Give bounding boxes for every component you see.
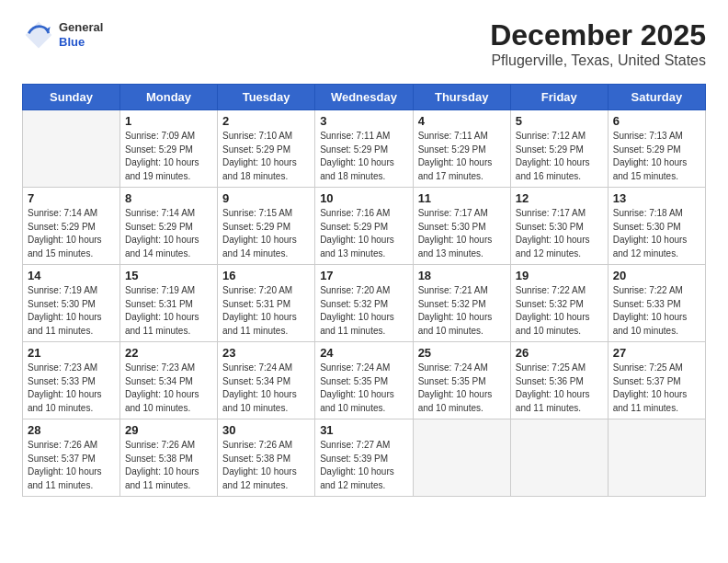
day-number: 23 (222, 346, 310, 360)
day-info: Sunrise: 7:22 AM Sunset: 5:33 PM Dayligh… (613, 284, 700, 338)
calendar-cell: 12Sunrise: 7:17 AM Sunset: 5:30 PM Dayli… (510, 188, 608, 265)
day-info: Sunrise: 7:19 AM Sunset: 5:30 PM Dayligh… (28, 284, 115, 338)
calendar-cell: 27Sunrise: 7:25 AM Sunset: 5:37 PM Dayli… (608, 342, 705, 419)
day-info: Sunrise: 7:25 AM Sunset: 5:37 PM Dayligh… (613, 362, 700, 415)
day-number: 26 (516, 346, 603, 360)
day-info: Sunrise: 7:24 AM Sunset: 5:35 PM Dayligh… (418, 362, 506, 415)
calendar-cell: 1Sunrise: 7:09 AM Sunset: 5:29 PM Daylig… (120, 110, 218, 188)
day-number: 22 (125, 346, 212, 360)
day-info: Sunrise: 7:19 AM Sunset: 5:31 PM Dayligh… (125, 284, 212, 338)
calendar-cell: 11Sunrise: 7:17 AM Sunset: 5:30 PM Dayli… (413, 188, 510, 265)
day-info: Sunrise: 7:24 AM Sunset: 5:34 PM Dayligh… (222, 362, 310, 415)
calendar-cell: 2Sunrise: 7:10 AM Sunset: 5:29 PM Daylig… (218, 110, 315, 188)
logo-text: General Blue (59, 20, 103, 49)
day-info: Sunrise: 7:21 AM Sunset: 5:32 PM Dayligh… (418, 284, 506, 338)
calendar-cell: 17Sunrise: 7:20 AM Sunset: 5:32 PM Dayli… (315, 265, 413, 342)
day-number: 7 (28, 191, 115, 205)
day-info: Sunrise: 7:16 AM Sunset: 5:29 PM Dayligh… (320, 207, 407, 260)
day-number: 11 (418, 191, 506, 205)
calendar-cell: 5Sunrise: 7:12 AM Sunset: 5:29 PM Daylig… (510, 110, 608, 188)
calendar-cell: 15Sunrise: 7:19 AM Sunset: 5:31 PM Dayli… (120, 265, 218, 342)
calendar-cell: 10Sunrise: 7:16 AM Sunset: 5:29 PM Dayli… (315, 188, 413, 265)
calendar-cell: 8Sunrise: 7:14 AM Sunset: 5:29 PM Daylig… (120, 188, 218, 265)
calendar-cell: 9Sunrise: 7:15 AM Sunset: 5:29 PM Daylig… (218, 188, 315, 265)
day-number: 29 (125, 423, 212, 437)
day-number: 6 (613, 114, 700, 128)
calendar-cell: 3Sunrise: 7:11 AM Sunset: 5:29 PM Daylig… (315, 110, 413, 188)
day-info: Sunrise: 7:22 AM Sunset: 5:32 PM Dayligh… (516, 284, 603, 338)
calendar-week-0: 1Sunrise: 7:09 AM Sunset: 5:29 PM Daylig… (23, 110, 706, 188)
day-info: Sunrise: 7:26 AM Sunset: 5:37 PM Dayligh… (28, 439, 115, 492)
day-number: 28 (28, 423, 115, 437)
day-info: Sunrise: 7:23 AM Sunset: 5:33 PM Dayligh… (28, 362, 115, 415)
calendar-cell: 19Sunrise: 7:22 AM Sunset: 5:32 PM Dayli… (510, 265, 608, 342)
calendar-header-row: SundayMondayTuesdayWednesdayThursdayFrid… (23, 85, 706, 110)
calendar-header-thursday: Thursday (413, 85, 510, 110)
calendar-cell: 26Sunrise: 7:25 AM Sunset: 5:36 PM Dayli… (510, 342, 608, 419)
calendar-week-1: 7Sunrise: 7:14 AM Sunset: 5:29 PM Daylig… (23, 188, 706, 265)
calendar-cell: 24Sunrise: 7:24 AM Sunset: 5:35 PM Dayli… (315, 342, 413, 419)
day-number: 4 (418, 114, 506, 128)
logo-icon (22, 18, 55, 52)
day-number: 18 (418, 269, 506, 282)
day-info: Sunrise: 7:27 AM Sunset: 5:39 PM Dayligh… (320, 439, 407, 492)
day-number: 9 (222, 191, 310, 205)
calendar-header-monday: Monday (120, 85, 218, 110)
day-info: Sunrise: 7:12 AM Sunset: 5:29 PM Dayligh… (516, 130, 603, 183)
calendar-cell: 30Sunrise: 7:26 AM Sunset: 5:38 PM Dayli… (218, 419, 315, 497)
calendar-cell: 29Sunrise: 7:26 AM Sunset: 5:38 PM Dayli… (120, 419, 218, 497)
day-number: 1 (125, 114, 212, 128)
calendar-cell: 25Sunrise: 7:24 AM Sunset: 5:35 PM Dayli… (413, 342, 510, 419)
day-number: 27 (613, 346, 700, 360)
day-number: 17 (320, 269, 407, 282)
day-info: Sunrise: 7:17 AM Sunset: 5:30 PM Dayligh… (516, 207, 603, 260)
calendar-header-wednesday: Wednesday (315, 85, 413, 110)
day-info: Sunrise: 7:09 AM Sunset: 5:29 PM Dayligh… (125, 130, 212, 183)
calendar-cell: 13Sunrise: 7:18 AM Sunset: 5:30 PM Dayli… (608, 188, 705, 265)
day-number: 14 (28, 269, 115, 282)
calendar-week-4: 28Sunrise: 7:26 AM Sunset: 5:37 PM Dayli… (23, 419, 706, 497)
calendar-cell: 6Sunrise: 7:13 AM Sunset: 5:29 PM Daylig… (608, 110, 705, 188)
day-info: Sunrise: 7:14 AM Sunset: 5:29 PM Dayligh… (28, 207, 115, 260)
day-number: 24 (320, 346, 407, 360)
page-container: General Blue December 2025 Pflugerville,… (22, 18, 706, 497)
day-info: Sunrise: 7:20 AM Sunset: 5:31 PM Dayligh… (222, 284, 310, 338)
day-info: Sunrise: 7:15 AM Sunset: 5:29 PM Dayligh… (222, 207, 310, 260)
calendar-cell: 31Sunrise: 7:27 AM Sunset: 5:39 PM Dayli… (315, 419, 413, 497)
day-number: 2 (222, 114, 310, 128)
day-info: Sunrise: 7:26 AM Sunset: 5:38 PM Dayligh… (125, 439, 212, 492)
day-info: Sunrise: 7:14 AM Sunset: 5:29 PM Dayligh… (125, 207, 212, 260)
day-number: 25 (418, 346, 506, 360)
month-title: December 2025 (490, 18, 706, 52)
day-number: 5 (516, 114, 603, 128)
calendar-cell (510, 419, 608, 497)
calendar-cell: 21Sunrise: 7:23 AM Sunset: 5:33 PM Dayli… (23, 342, 120, 419)
calendar-cell (23, 110, 120, 188)
location-title: Pflugerville, Texas, United States (490, 52, 706, 69)
logo-blue: Blue (59, 35, 103, 50)
calendar-week-2: 14Sunrise: 7:19 AM Sunset: 5:30 PM Dayli… (23, 265, 706, 342)
calendar-cell: 28Sunrise: 7:26 AM Sunset: 5:37 PM Dayli… (23, 419, 120, 497)
day-info: Sunrise: 7:25 AM Sunset: 5:36 PM Dayligh… (516, 362, 603, 415)
day-number: 31 (320, 423, 407, 437)
day-number: 3 (320, 114, 407, 128)
day-number: 21 (28, 346, 115, 360)
day-number: 8 (125, 191, 212, 205)
calendar-cell: 7Sunrise: 7:14 AM Sunset: 5:29 PM Daylig… (23, 188, 120, 265)
day-number: 12 (516, 191, 603, 205)
day-number: 10 (320, 191, 407, 205)
calendar: SundayMondayTuesdayWednesdayThursdayFrid… (22, 84, 706, 497)
calendar-cell: 20Sunrise: 7:22 AM Sunset: 5:33 PM Dayli… (608, 265, 705, 342)
header: General Blue December 2025 Pflugerville,… (22, 18, 706, 69)
calendar-cell: 4Sunrise: 7:11 AM Sunset: 5:29 PM Daylig… (413, 110, 510, 188)
day-info: Sunrise: 7:20 AM Sunset: 5:32 PM Dayligh… (320, 284, 407, 338)
calendar-cell (413, 419, 510, 497)
day-info: Sunrise: 7:26 AM Sunset: 5:38 PM Dayligh… (222, 439, 310, 492)
calendar-week-3: 21Sunrise: 7:23 AM Sunset: 5:33 PM Dayli… (23, 342, 706, 419)
calendar-cell (608, 419, 705, 497)
day-number: 20 (613, 269, 700, 282)
calendar-header-sunday: Sunday (23, 85, 120, 110)
calendar-cell: 23Sunrise: 7:24 AM Sunset: 5:34 PM Dayli… (218, 342, 315, 419)
day-info: Sunrise: 7:17 AM Sunset: 5:30 PM Dayligh… (418, 207, 506, 260)
day-number: 16 (222, 269, 310, 282)
